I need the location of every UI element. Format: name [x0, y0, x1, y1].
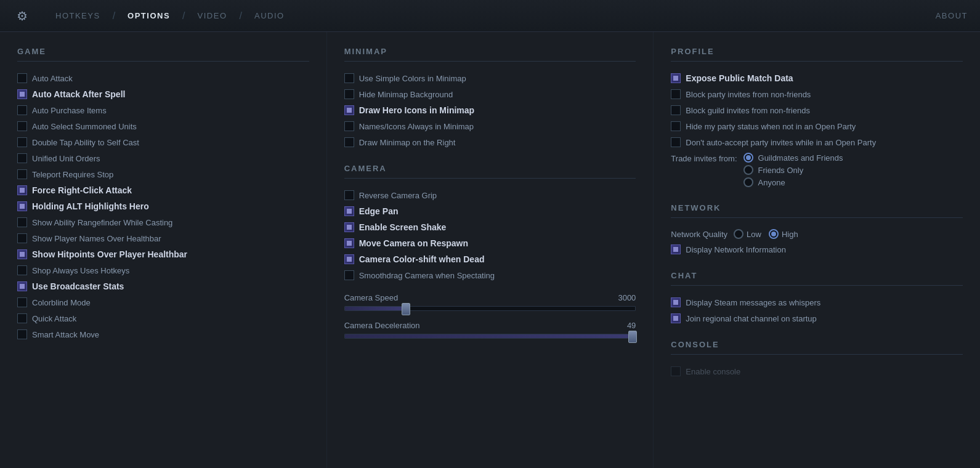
option-row-smoothdrag-spectating[interactable]: Smoothdrag Camera when Spectating	[344, 267, 636, 283]
checkbox-auto-select-summoned-units[interactable]	[17, 121, 27, 131]
checkbox-move-camera-respawn[interactable]	[344, 238, 354, 248]
option-row-block-guild-invites[interactable]: Block guild invites from non-friends	[671, 102, 963, 118]
label-colorblind-mode: Colorblind Mode	[32, 298, 91, 307]
option-row-enable-screen-shake[interactable]: Enable Screen Shake	[344, 219, 636, 235]
checkbox-unified-unit-orders[interactable]	[17, 153, 27, 163]
option-row-hide-party-status[interactable]: Hide my party status when not in an Open…	[671, 118, 963, 134]
checkbox-display-network-info[interactable]	[671, 244, 681, 254]
nq-option-low[interactable]: Low	[734, 229, 761, 239]
checkbox-smoothdrag-spectating[interactable]	[344, 270, 354, 280]
checkbox-shop-always-hotkeys[interactable]	[17, 265, 27, 275]
chat-header: CHAT	[671, 271, 963, 286]
nav-audio[interactable]: AUDIO	[243, 11, 296, 20]
option-row-display-network-info[interactable]: Display Network Information	[671, 241, 963, 257]
checkbox-force-right-click[interactable]	[17, 185, 27, 195]
option-row-auto-purchase-items[interactable]: Auto Purchase Items	[17, 102, 309, 118]
option-row-draw-minimap-right[interactable]: Draw Minimap on the Right	[344, 134, 636, 150]
checkbox-quick-attack[interactable]	[17, 313, 27, 323]
option-row-join-regional-chat[interactable]: Join regional chat channel on startup	[671, 310, 963, 326]
option-row-teleport-requires-stop[interactable]: Teleport Requires Stop	[17, 166, 309, 182]
checkbox-camera-color-shift-dead[interactable]	[344, 254, 354, 264]
option-row-auto-select-summoned-units[interactable]: Auto Select Summoned Units	[17, 118, 309, 134]
checkbox-auto-attack[interactable]	[17, 73, 27, 83]
option-row-move-camera-respawn[interactable]: Move Camera on Respawn	[344, 235, 636, 251]
label-join-regional-chat: Join regional chat channel on startup	[686, 314, 816, 323]
option-row-holding-alt-highlights[interactable]: Holding ALT Highlights Hero	[17, 198, 309, 214]
radio-anyone[interactable]	[743, 177, 753, 187]
camera-speed-thumb[interactable]	[402, 303, 410, 315]
checkbox-block-guild-invites[interactable]	[671, 105, 681, 115]
label-smoothdrag-spectating: Smoothdrag Camera when Spectating	[359, 271, 495, 280]
option-row-use-broadcaster-stats[interactable]: Use Broadcaster Stats	[17, 278, 309, 294]
option-row-show-player-names[interactable]: Show Player Names Over Healthbar	[17, 230, 309, 246]
checkbox-simple-colors[interactable]	[344, 73, 354, 83]
checkbox-expose-public-match[interactable]	[671, 73, 681, 83]
checkbox-hide-party-status[interactable]	[671, 121, 681, 131]
nq-option-high[interactable]: High	[769, 229, 798, 239]
option-row-display-steam-whispers[interactable]: Display Steam messages as whispers	[671, 294, 963, 310]
nav-about[interactable]: ABOUT	[936, 11, 968, 20]
option-row-auto-attack-after-spell[interactable]: Auto Attack After Spell	[17, 86, 309, 102]
option-row-simple-colors[interactable]: Use Simple Colors in Minimap	[344, 70, 636, 86]
option-row-camera-color-shift-dead[interactable]: Camera Color-shift when Dead	[344, 251, 636, 267]
checkbox-names-icons-always[interactable]	[344, 121, 354, 131]
checkbox-smart-attack-move[interactable]	[17, 329, 27, 339]
label-block-guild-invites: Block guild invites from non-friends	[686, 106, 810, 115]
checkbox-double-tap-ability[interactable]	[17, 137, 27, 147]
trade-options: Guildmates and FriendsFriends OnlyAnyone	[743, 153, 843, 187]
camera-speed-track[interactable]	[344, 306, 636, 311]
checkbox-join-regional-chat[interactable]	[671, 313, 681, 323]
nq-radio-low[interactable]	[734, 229, 743, 239]
checkbox-display-steam-whispers[interactable]	[671, 297, 681, 307]
radio-guildmates-friends[interactable]	[743, 153, 753, 163]
checkbox-teleport-requires-stop[interactable]	[17, 169, 27, 179]
nav-video[interactable]: VIDEO	[187, 11, 238, 20]
checkbox-holding-alt-highlights[interactable]	[17, 201, 27, 211]
option-row-force-right-click[interactable]: Force Right-Click Attack	[17, 182, 309, 198]
checkbox-colorblind-mode[interactable]	[17, 297, 27, 307]
option-row-shop-always-hotkeys[interactable]: Shop Always Uses Hotkeys	[17, 262, 309, 278]
checkbox-use-broadcaster-stats[interactable]	[17, 281, 27, 291]
nav-options[interactable]: OPTIONS	[116, 11, 181, 20]
checkbox-show-ability-rangefinder[interactable]	[17, 217, 27, 227]
checkbox-edge-pan[interactable]	[344, 206, 354, 216]
option-row-dont-auto-accept[interactable]: Don't auto-accept party invites while in…	[671, 134, 963, 150]
checkbox-enable-screen-shake[interactable]	[344, 222, 354, 232]
option-row-expose-public-match[interactable]: Expose Public Match Data	[671, 70, 963, 86]
option-row-enable-console[interactable]: Enable console	[671, 363, 963, 379]
option-row-block-party-invites[interactable]: Block party invites from non-friends	[671, 86, 963, 102]
option-row-edge-pan[interactable]: Edge Pan	[344, 203, 636, 219]
checkbox-show-player-names[interactable]	[17, 233, 27, 243]
checkbox-draw-hero-icons[interactable]	[344, 105, 354, 115]
label-hide-party-status: Hide my party status when not in an Open…	[686, 122, 856, 131]
option-row-show-hitpoints[interactable]: Show Hitpoints Over Player Healthbar	[17, 246, 309, 262]
radio-option-row-guildmates-friends[interactable]: Guildmates and Friends	[743, 153, 843, 163]
checkbox-draw-minimap-right[interactable]	[344, 137, 354, 147]
radio-option-row-friends-only[interactable]: Friends Only	[743, 165, 843, 175]
option-row-draw-hero-icons[interactable]: Draw Hero Icons in Minimap	[344, 102, 636, 118]
checkbox-auto-purchase-items[interactable]	[17, 105, 27, 115]
checkbox-show-hitpoints[interactable]	[17, 249, 27, 259]
option-row-colorblind-mode[interactable]: Colorblind Mode	[17, 294, 309, 310]
network-options: Display Network Information	[671, 241, 963, 257]
checkbox-block-party-invites[interactable]	[671, 89, 681, 99]
option-row-show-ability-rangefinder[interactable]: Show Ability Rangefinder While Casting	[17, 214, 309, 230]
nq-radio-high[interactable]	[769, 229, 779, 239]
option-row-names-icons-always[interactable]: Names/Icons Always in Minimap	[344, 118, 636, 134]
radio-option-row-anyone[interactable]: Anyone	[743, 177, 843, 187]
option-row-unified-unit-orders[interactable]: Unified Unit Orders	[17, 150, 309, 166]
option-row-smart-attack-move[interactable]: Smart Attack Move	[17, 326, 309, 342]
checkbox-dont-auto-accept[interactable]	[671, 137, 681, 147]
checkbox-auto-attack-after-spell[interactable]	[17, 89, 27, 99]
option-row-reverse-camera-grip[interactable]: Reverse Camera Grip	[344, 187, 636, 203]
option-row-auto-attack[interactable]: Auto Attack	[17, 70, 309, 86]
option-row-double-tap-ability[interactable]: Double Tap Ability to Self Cast	[17, 134, 309, 150]
option-row-hide-minimap-bg[interactable]: Hide Minimap Background	[344, 86, 636, 102]
nav-hotkeys[interactable]: HOTKEYS	[44, 11, 111, 20]
camera-decel-track[interactable]	[344, 334, 636, 339]
checkbox-reverse-camera-grip[interactable]	[344, 190, 354, 200]
checkbox-hide-minimap-bg[interactable]	[344, 89, 354, 99]
radio-friends-only[interactable]	[743, 165, 753, 175]
option-row-quick-attack[interactable]: Quick Attack	[17, 310, 309, 326]
camera-decel-thumb[interactable]	[628, 331, 637, 343]
